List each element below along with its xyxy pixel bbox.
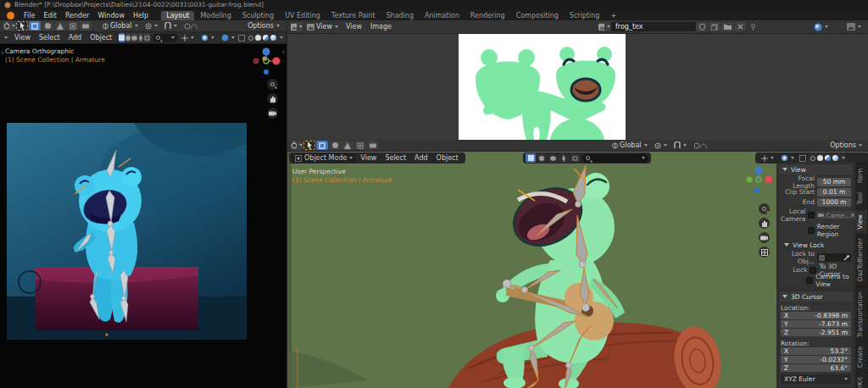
- mode-toggle-icon-2[interactable]: [42, 21, 53, 30]
- workspace-tab-shading[interactable]: Shading: [381, 11, 419, 20]
- focal-length-field[interactable]: 50 mm: [817, 178, 851, 186]
- left-visibility-sphere-icon[interactable]: [125, 33, 131, 42]
- bottom-search-input[interactable]: [582, 154, 648, 163]
- bottom-proportional-edit-icon[interactable]: [690, 142, 710, 149]
- bottom-visibility-empty-icon[interactable]: [570, 153, 580, 163]
- mode-toggle-icon-4[interactable]: [67, 21, 79, 30]
- fake-user-shield-icon[interactable]: [696, 22, 708, 31]
- left-pivot-dropdown[interactable]: [142, 23, 161, 30]
- mode-toggle-icon-3[interactable]: [54, 21, 66, 30]
- bottom-shading-chevron[interactable]: [842, 157, 845, 159]
- editor-type-image-icon[interactable]: [291, 22, 303, 31]
- open-image-folder-icon[interactable]: [721, 22, 733, 31]
- sidebar-tab-transportation[interactable]: Transportation: [855, 287, 867, 341]
- camera-view-icon[interactable]: [267, 108, 278, 119]
- view-lock-panel-header[interactable]: View Lock: [781, 240, 851, 250]
- left-shading-chevron[interactable]: [280, 36, 283, 39]
- workspace-tab-layout[interactable]: Layout: [161, 11, 194, 20]
- image-editor-options-icon[interactable]: [843, 23, 865, 30]
- workspace-tab-compositing[interactable]: Compositing: [511, 11, 564, 20]
- menu-edit[interactable]: Edit: [39, 12, 61, 19]
- menu-help[interactable]: Help: [129, 12, 153, 19]
- bottom-navigation-gizmo[interactable]: [743, 165, 774, 196]
- left-shading-material-icon[interactable]: [263, 35, 269, 41]
- left-header-collapse-icon[interactable]: [4, 36, 8, 39]
- sidebar-tab-blenderkit[interactable]: BlenderKit: [855, 373, 867, 388]
- left-shading-render-pass-dropdown[interactable]: [218, 34, 238, 42]
- sidebar-tab-daztoblender[interactable]: DazToBlender: [855, 234, 867, 285]
- image-menu-view[interactable]: View: [342, 23, 366, 30]
- zoom-icon[interactable]: [267, 79, 278, 90]
- image-name-field[interactable]: frog_tex: [611, 22, 696, 31]
- bottom-visibility-monkey-icon[interactable]: [548, 153, 558, 163]
- left-xray-toggle-icon[interactable]: [238, 33, 245, 42]
- bottom-visibility-sphere-icon[interactable]: [537, 153, 547, 163]
- bottom-mode-toggle-icon-5[interactable]: [367, 141, 379, 150]
- add-workspace-button[interactable]: +: [605, 11, 621, 20]
- left-search-filter-chevron[interactable]: [171, 36, 175, 39]
- left-navigation-gizmo[interactable]: [251, 47, 281, 77]
- mode-dropdown[interactable]: Object Mode: [292, 153, 356, 163]
- cursor-location-x[interactable]: X-0.8398 m: [781, 312, 851, 319]
- bottom-mode-toggle-icon-1[interactable]: [316, 141, 328, 150]
- clip-start-field[interactable]: 0.01 m: [817, 188, 851, 197]
- new-image-copy-icon[interactable]: [709, 22, 721, 31]
- clip-end-field[interactable]: 1000 m: [817, 198, 851, 207]
- bottom-shading-wireframe-icon[interactable]: [810, 156, 815, 161]
- bottom-visibility-armature-icon[interactable]: [559, 153, 569, 163]
- bottom-xray-toggle-icon[interactable]: [798, 153, 807, 163]
- mode-toggle-icon-1[interactable]: [29, 21, 41, 30]
- cursor-location-z[interactable]: Z-2.951 m: [781, 329, 851, 336]
- mode-toggle-icon-5[interactable]: [80, 21, 92, 30]
- unlink-image-icon[interactable]: [734, 22, 746, 31]
- bottom-editor-type-icon[interactable]: [291, 141, 303, 150]
- eyedropper-icon[interactable]: [843, 254, 849, 261]
- menu-window[interactable]: Window: [93, 12, 129, 19]
- image-display-mode-dropdown[interactable]: View: [303, 23, 342, 30]
- left-overlays-dropdown[interactable]: [198, 34, 218, 42]
- sidebar-tab-create[interactable]: Create: [855, 342, 867, 372]
- workspace-tab-animation[interactable]: Animation: [420, 11, 465, 20]
- left-search-input[interactable]: [153, 34, 178, 42]
- left-menu-view[interactable]: View: [10, 34, 35, 42]
- workspace-tab-scripting[interactable]: Scripting: [565, 11, 605, 20]
- bottom-shading-material-icon[interactable]: [825, 155, 831, 161]
- bottom-pan-hand-icon[interactable]: [759, 218, 770, 229]
- bottom-active-tool-select-icon[interactable]: [303, 141, 315, 150]
- bottom-options-dropdown[interactable]: Options: [826, 141, 865, 149]
- blender-menu-icon[interactable]: [7, 12, 14, 19]
- left-toolbar-toggle-arrow[interactable]: ›: [1, 49, 3, 57]
- bottom-mode-toggle-icon-2[interactable]: [329, 141, 341, 150]
- left-options-dropdown[interactable]: Options: [244, 22, 283, 30]
- image-menu-image[interactable]: Image: [366, 23, 396, 30]
- left-visibility-mesh-icon[interactable]: [119, 33, 125, 42]
- bottom-menu-add[interactable]: Add: [410, 154, 432, 162]
- bottom-overlays-dropdown[interactable]: [777, 154, 798, 162]
- sidebar-tab-tool[interactable]: Tool: [855, 188, 867, 209]
- image-browse-icon[interactable]: [598, 22, 610, 31]
- pin-icon[interactable]: [747, 22, 759, 31]
- bottom-search-filter-chevron[interactable]: [642, 157, 645, 159]
- local-camera-field[interactable]: Came...: [816, 211, 855, 219]
- menu-render[interactable]: Render: [61, 12, 93, 19]
- workspace-tab-modeling[interactable]: Modeling: [195, 11, 236, 20]
- sidebar-tab-view[interactable]: View: [855, 210, 867, 234]
- bottom-camera-view-icon[interactable]: [759, 232, 770, 243]
- left-shading-rendered-icon[interactable]: [270, 35, 276, 41]
- bottom-mode-toggle-icon-4[interactable]: [354, 141, 366, 150]
- view-panel-header[interactable]: View: [779, 164, 853, 175]
- editor-type-3dview-icon[interactable]: [3, 21, 15, 30]
- pan-hand-icon[interactable]: [267, 93, 278, 104]
- bottom-gizmo-dropdown[interactable]: [758, 155, 777, 162]
- left-visibility-monkey-icon[interactable]: [131, 33, 137, 42]
- left-menu-select[interactable]: Select: [35, 34, 64, 42]
- cursor-rotation-y[interactable]: Y-0.0232°: [781, 356, 851, 363]
- workspace-tab-sculpting[interactable]: Sculpting: [237, 11, 279, 20]
- sidebar-tab-item[interactable]: Item: [855, 164, 867, 187]
- bottom-menu-view[interactable]: View: [356, 154, 381, 162]
- left-proportional-edit-icon[interactable]: [181, 23, 201, 30]
- bottom-pivot-dropdown[interactable]: [651, 142, 670, 149]
- workspace-tab-texture-paint[interactable]: Texture Paint: [326, 11, 381, 20]
- left-shading-wireframe-icon[interactable]: [248, 36, 253, 41]
- left-sidebar-toggle-arrow[interactable]: ‹: [282, 48, 285, 56]
